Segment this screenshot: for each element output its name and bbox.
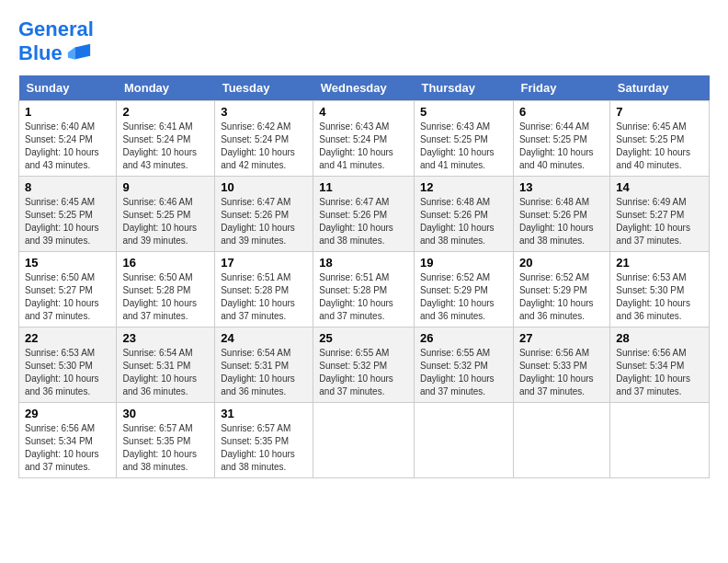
calendar-week-row: 8 Sunrise: 6:45 AMSunset: 5:25 PMDayligh… [19, 177, 710, 252]
day-info: Sunrise: 6:53 AMSunset: 5:30 PMDaylight:… [25, 348, 99, 396]
day-info: Sunrise: 6:43 AMSunset: 5:25 PMDaylight:… [420, 121, 495, 170]
calendar-day-cell: 9 Sunrise: 6:46 AMSunset: 5:25 PMDayligh… [117, 177, 215, 252]
page-header: General Blue [18, 18, 710, 66]
calendar-day-cell: 20 Sunrise: 6:52 AMSunset: 5:29 PMDaylig… [513, 252, 609, 327]
day-info: Sunrise: 6:53 AMSunset: 5:30 PMDaylight:… [616, 272, 690, 321]
day-info: Sunrise: 6:56 AMSunset: 5:34 PMDaylight:… [616, 348, 690, 396]
day-info: Sunrise: 6:45 AMSunset: 5:25 PMDaylight:… [25, 197, 99, 246]
calendar-day-cell: 6 Sunrise: 6:44 AMSunset: 5:25 PMDayligh… [513, 101, 609, 177]
logo-text2: Blue [18, 42, 63, 64]
day-info: Sunrise: 6:41 AMSunset: 5:24 PMDaylight:… [122, 121, 197, 170]
calendar-day-cell: 11 Sunrise: 6:47 AMSunset: 5:26 PMDaylig… [313, 177, 415, 252]
calendar-day-cell: 5 Sunrise: 6:43 AMSunset: 5:25 PMDayligh… [414, 101, 513, 177]
day-number: 11 [319, 180, 408, 194]
day-number: 15 [25, 256, 110, 270]
calendar-table: SundayMondayTuesdayWednesdayThursdayFrid… [18, 75, 710, 478]
calendar-day-cell: 17 Sunrise: 6:51 AMSunset: 5:28 PMDaylig… [215, 252, 313, 327]
calendar-day-cell: 7 Sunrise: 6:45 AMSunset: 5:25 PMDayligh… [610, 101, 710, 177]
weekday-header-monday: Monday [117, 75, 215, 101]
day-number: 18 [319, 256, 408, 270]
day-info: Sunrise: 6:48 AMSunset: 5:26 PMDaylight:… [519, 197, 594, 246]
day-number: 14 [616, 180, 703, 194]
day-info: Sunrise: 6:50 AMSunset: 5:28 PMDaylight:… [122, 272, 197, 321]
calendar-day-cell: 24 Sunrise: 6:54 AMSunset: 5:31 PMDaylig… [215, 327, 313, 403]
calendar-day-cell: 31 Sunrise: 6:57 AMSunset: 5:35 PMDaylig… [215, 403, 313, 478]
weekday-header-row: SundayMondayTuesdayWednesdayThursdayFrid… [19, 75, 710, 101]
day-number: 28 [616, 331, 703, 345]
calendar-day-cell: 15 Sunrise: 6:50 AMSunset: 5:27 PMDaylig… [19, 252, 117, 327]
day-number: 29 [25, 407, 110, 420]
weekday-header-tuesday: Tuesday [215, 75, 313, 101]
calendar-day-cell: 12 Sunrise: 6:48 AMSunset: 5:26 PMDaylig… [414, 177, 513, 252]
weekday-header-wednesday: Wednesday [313, 75, 415, 101]
day-number: 31 [221, 407, 307, 420]
day-info: Sunrise: 6:51 AMSunset: 5:28 PMDaylight:… [319, 272, 393, 321]
day-number: 13 [519, 180, 604, 194]
day-number: 22 [25, 331, 110, 345]
calendar-day-cell: 29 Sunrise: 6:56 AMSunset: 5:34 PMDaylig… [19, 403, 117, 478]
day-info: Sunrise: 6:42 AMSunset: 5:24 PMDaylight:… [221, 121, 295, 170]
logo-text: General [18, 18, 94, 40]
day-info: Sunrise: 6:55 AMSunset: 5:32 PMDaylight:… [319, 348, 393, 396]
calendar-week-row: 15 Sunrise: 6:50 AMSunset: 5:27 PMDaylig… [19, 252, 710, 327]
empty-cell [610, 403, 710, 478]
weekday-header-sunday: Sunday [19, 75, 117, 101]
svg-marker-1 [68, 48, 74, 60]
day-info: Sunrise: 6:45 AMSunset: 5:25 PMDaylight:… [616, 121, 690, 170]
day-number: 19 [420, 256, 507, 270]
empty-cell [414, 403, 513, 478]
day-number: 21 [616, 256, 703, 270]
day-info: Sunrise: 6:57 AMSunset: 5:35 PMDaylight:… [221, 423, 295, 472]
empty-cell [313, 403, 415, 478]
calendar-day-cell: 4 Sunrise: 6:43 AMSunset: 5:24 PMDayligh… [313, 101, 415, 177]
day-number: 7 [616, 105, 703, 119]
day-info: Sunrise: 6:52 AMSunset: 5:29 PMDaylight:… [420, 272, 495, 321]
calendar-day-cell: 19 Sunrise: 6:52 AMSunset: 5:29 PMDaylig… [414, 252, 513, 327]
day-info: Sunrise: 6:56 AMSunset: 5:34 PMDaylight:… [25, 423, 99, 472]
day-number: 23 [122, 331, 209, 345]
calendar-day-cell: 16 Sunrise: 6:50 AMSunset: 5:28 PMDaylig… [117, 252, 215, 327]
day-number: 10 [221, 180, 307, 194]
calendar-day-cell: 18 Sunrise: 6:51 AMSunset: 5:28 PMDaylig… [313, 252, 415, 327]
day-number: 12 [420, 180, 507, 194]
day-info: Sunrise: 6:44 AMSunset: 5:25 PMDaylight:… [519, 121, 594, 170]
calendar-week-row: 29 Sunrise: 6:56 AMSunset: 5:34 PMDaylig… [19, 403, 710, 478]
calendar-day-cell: 2 Sunrise: 6:41 AMSunset: 5:24 PMDayligh… [117, 101, 215, 177]
day-number: 4 [319, 105, 408, 119]
calendar-day-cell: 23 Sunrise: 6:54 AMSunset: 5:31 PMDaylig… [117, 327, 215, 403]
day-info: Sunrise: 6:50 AMSunset: 5:27 PMDaylight:… [25, 272, 99, 321]
calendar-day-cell: 25 Sunrise: 6:55 AMSunset: 5:32 PMDaylig… [313, 327, 415, 403]
day-info: Sunrise: 6:57 AMSunset: 5:35 PMDaylight:… [122, 423, 197, 472]
calendar-day-cell: 1 Sunrise: 6:40 AMSunset: 5:24 PMDayligh… [19, 101, 117, 177]
day-info: Sunrise: 6:46 AMSunset: 5:25 PMDaylight:… [122, 197, 197, 246]
weekday-header-thursday: Thursday [414, 75, 513, 101]
logo: General Blue [18, 18, 94, 66]
calendar-day-cell: 3 Sunrise: 6:42 AMSunset: 5:24 PMDayligh… [215, 101, 313, 177]
day-info: Sunrise: 6:54 AMSunset: 5:31 PMDaylight:… [122, 348, 197, 396]
calendar-day-cell: 10 Sunrise: 6:47 AMSunset: 5:26 PMDaylig… [215, 177, 313, 252]
calendar-week-row: 1 Sunrise: 6:40 AMSunset: 5:24 PMDayligh… [19, 101, 710, 177]
day-number: 1 [25, 105, 110, 119]
day-info: Sunrise: 6:40 AMSunset: 5:24 PMDaylight:… [25, 121, 99, 170]
day-info: Sunrise: 6:51 AMSunset: 5:28 PMDaylight:… [221, 272, 295, 321]
calendar-day-cell: 26 Sunrise: 6:55 AMSunset: 5:32 PMDaylig… [414, 327, 513, 403]
day-info: Sunrise: 6:52 AMSunset: 5:29 PMDaylight:… [519, 272, 594, 321]
day-number: 17 [221, 256, 307, 270]
day-info: Sunrise: 6:47 AMSunset: 5:26 PMDaylight:… [319, 197, 393, 246]
calendar-day-cell: 30 Sunrise: 6:57 AMSunset: 5:35 PMDaylig… [117, 403, 215, 478]
day-info: Sunrise: 6:48 AMSunset: 5:26 PMDaylight:… [420, 197, 495, 246]
day-info: Sunrise: 6:56 AMSunset: 5:33 PMDaylight:… [519, 348, 594, 396]
calendar-day-cell: 28 Sunrise: 6:56 AMSunset: 5:34 PMDaylig… [610, 327, 710, 403]
svg-marker-0 [74, 44, 90, 60]
calendar-day-cell: 22 Sunrise: 6:53 AMSunset: 5:30 PMDaylig… [19, 327, 117, 403]
day-number: 24 [221, 331, 307, 345]
day-info: Sunrise: 6:43 AMSunset: 5:24 PMDaylight:… [319, 121, 393, 170]
weekday-header-saturday: Saturday [610, 75, 710, 101]
empty-cell [513, 403, 609, 478]
calendar-day-cell: 13 Sunrise: 6:48 AMSunset: 5:26 PMDaylig… [513, 177, 609, 252]
day-info: Sunrise: 6:49 AMSunset: 5:27 PMDaylight:… [616, 197, 690, 246]
day-number: 5 [420, 105, 507, 119]
day-info: Sunrise: 6:55 AMSunset: 5:32 PMDaylight:… [420, 348, 495, 396]
calendar-week-row: 22 Sunrise: 6:53 AMSunset: 5:30 PMDaylig… [19, 327, 710, 403]
day-number: 27 [519, 331, 604, 345]
